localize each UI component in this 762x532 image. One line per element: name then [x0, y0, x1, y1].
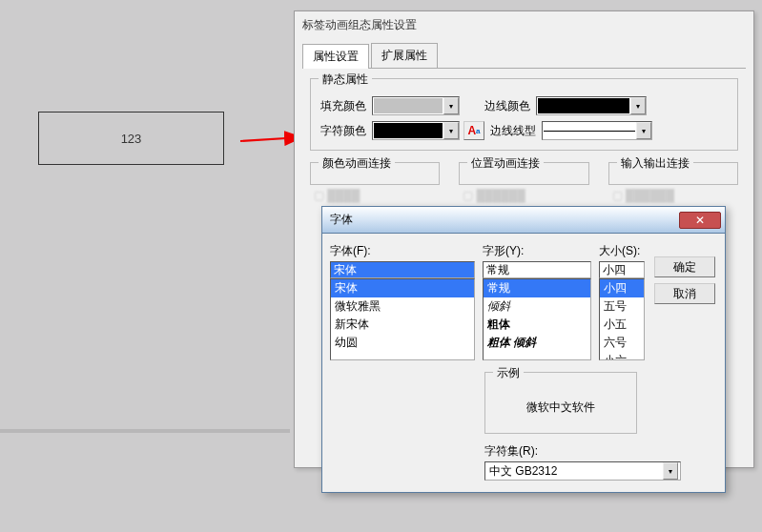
list-item[interactable]: 幼圆	[331, 334, 474, 352]
font-input[interactable]	[330, 261, 475, 278]
size-label: 大小(S):	[599, 243, 645, 259]
list-item[interactable]: 粗体	[484, 316, 590, 334]
static-properties-group: 静态属性 填充颜色 ▾ 边线颜色 ▾ 字符颜色 ▾ Aa 边线线型 ▾	[310, 78, 738, 151]
canvas-label-text: 123	[121, 132, 142, 146]
list-item[interactable]: 粗体 倾斜	[484, 334, 590, 352]
canvas-label-widget[interactable]: 123	[38, 112, 224, 165]
size-input[interactable]	[599, 261, 645, 278]
cancel-button[interactable]: 取消	[654, 283, 715, 304]
style-label: 字形(Y):	[483, 243, 591, 259]
color-swatch	[538, 98, 629, 113]
charset-value: 中文 GB2312	[489, 463, 663, 480]
color-swatch	[374, 98, 443, 113]
chevron-down-icon: ▾	[443, 122, 459, 139]
font-dialog-titlebar: 字体 ✕	[322, 207, 725, 234]
list-item[interactable]: 倾斜	[484, 297, 590, 316]
label-border-style: 边线线型	[490, 123, 542, 139]
groupbox-title: 静态属性	[319, 72, 372, 88]
section-color-animation: 颜色动画连接	[310, 162, 440, 185]
list-item[interactable]: 小四	[600, 279, 644, 297]
color-swatch	[374, 123, 443, 138]
list-item[interactable]: 微软雅黑	[331, 297, 474, 316]
line-swatch	[544, 123, 635, 138]
border-style-picker[interactable]: ▾	[542, 121, 652, 140]
tab-attribute-settings[interactable]: 属性设置	[302, 44, 369, 69]
charset-label: 字符集(R):	[484, 443, 717, 460]
sample-text: 微软中文软件	[493, 390, 628, 425]
sample-group: 示例 微软中文软件	[484, 372, 637, 434]
divider	[0, 429, 290, 433]
list-item[interactable]: 小五	[600, 316, 644, 334]
font-dialog: 字体 ✕ 字体(F): 宋体微软雅黑新宋体幼圆 字形(Y): 常规倾斜粗体粗体 …	[321, 206, 726, 493]
list-item[interactable]: 五号	[600, 297, 644, 316]
list-item[interactable]: 小六	[600, 352, 644, 360]
tab-extended-attributes[interactable]: 扩展属性	[371, 43, 438, 68]
text-format-button[interactable]: Aa	[463, 121, 484, 140]
charset-select[interactable]: 中文 GB2312 ▾	[484, 461, 681, 481]
char-color-picker[interactable]: ▾	[372, 121, 460, 140]
label-char-color: 字符颜色	[320, 123, 372, 139]
style-input[interactable]	[483, 261, 591, 278]
font-dialog-title: 字体	[330, 212, 679, 228]
list-item[interactable]: 新宋体	[331, 316, 474, 334]
size-listbox[interactable]: 小四五号小五六号小六七号八号	[599, 278, 645, 360]
dialog-title: 标签动画组态属性设置	[295, 11, 753, 39]
chevron-down-icon: ▾	[636, 122, 651, 139]
style-listbox[interactable]: 常规倾斜粗体粗体 倾斜	[483, 278, 591, 360]
tab-strip: 属性设置 扩展属性	[302, 43, 746, 69]
chevron-down-icon: ▾	[663, 462, 678, 480]
section-position-animation: 位置动画连接	[459, 162, 588, 185]
close-icon: ✕	[695, 214, 705, 227]
chevron-down-icon: ▾	[630, 97, 646, 114]
chevron-down-icon: ▾	[443, 97, 459, 114]
ok-button[interactable]: 确定	[654, 256, 715, 277]
list-item[interactable]: 六号	[600, 334, 644, 352]
label-border-color: 边线颜色	[484, 98, 536, 114]
svg-line-1	[240, 137, 301, 141]
close-button[interactable]: ✕	[679, 212, 721, 229]
font-listbox[interactable]: 宋体微软雅黑新宋体幼圆	[330, 278, 475, 360]
connection-sections: 颜色动画连接 位置动画连接 输入输出连接	[310, 162, 738, 185]
border-color-picker[interactable]: ▾	[536, 96, 647, 115]
label-fill-color: 填充颜色	[320, 98, 372, 114]
sample-label: 示例	[493, 365, 524, 381]
font-label: 字体(F):	[330, 243, 475, 259]
list-item[interactable]: 宋体	[331, 279, 474, 297]
list-item[interactable]: 常规	[484, 279, 590, 297]
section-io-connection: 输入输出连接	[608, 162, 738, 185]
fill-color-picker[interactable]: ▾	[372, 96, 460, 115]
blurred-content: ▢ ████ ▢ ██████ ▢ ██████	[310, 185, 738, 206]
